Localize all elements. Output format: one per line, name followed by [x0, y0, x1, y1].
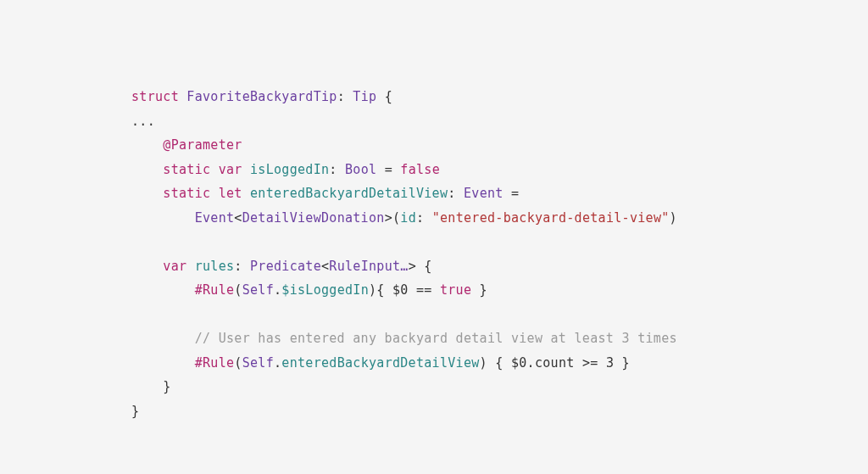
code-line: ...	[131, 114, 155, 129]
property-name: isLoggedIn	[250, 162, 329, 177]
code-line: static var isLoggedIn: Bool = false	[131, 162, 440, 177]
rule-macro: #Rule	[195, 282, 235, 298]
attribute: @Parameter	[163, 137, 242, 153]
code-snippet: struct FavoriteBackyardTip: Tip { ... @P…	[131, 85, 826, 423]
code-line: #Rule(Self.$isLoggedIn){ $0 == true }	[131, 282, 487, 298]
property-name: enteredBackyardDetailView	[250, 186, 448, 201]
property-name: rules	[195, 259, 235, 274]
comment: // User has entered any backyard detail …	[195, 331, 677, 346]
string-literal: "entered-backyard-detail-view"	[432, 210, 670, 226]
code-line: }	[131, 379, 171, 394]
code-line: static let enteredBackyardDetailView: Ev…	[131, 186, 519, 201]
code-line: #Rule(Self.enteredBackyardDetailView) { …	[131, 355, 630, 371]
code-line: // User has entered any backyard detail …	[131, 331, 677, 346]
code-line: var rules: Predicate<RuleInput…> {	[131, 259, 432, 274]
rule-macro: #Rule	[195, 355, 235, 371]
code-line: Event<DetailViewDonation>(id: "entered-b…	[131, 210, 677, 226]
keyword-struct: struct	[131, 89, 179, 104]
code-line: @Parameter	[131, 137, 242, 153]
parameter-label: id	[400, 210, 416, 226]
protocol-name: Tip	[353, 89, 376, 104]
code-line: struct FavoriteBackyardTip: Tip {	[131, 89, 392, 104]
code-line: }	[131, 404, 139, 419]
type-name: FavoriteBackyardTip	[186, 89, 337, 104]
